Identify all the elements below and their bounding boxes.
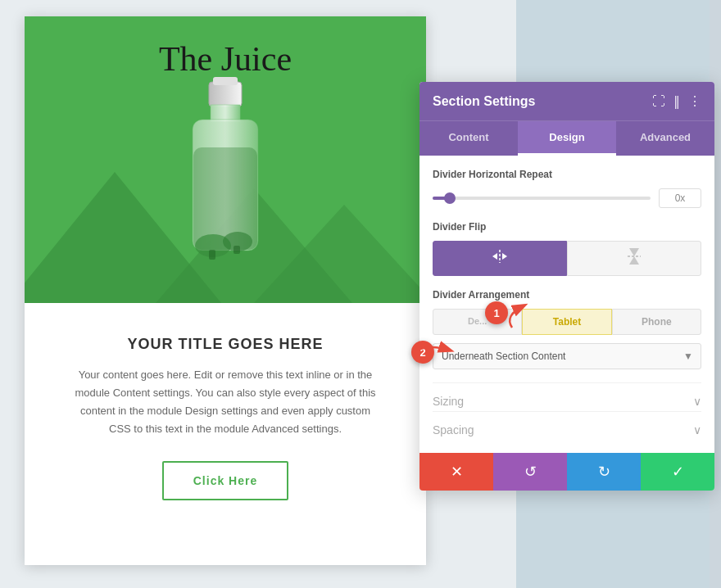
divider-flip-section: Divider Flip: [433, 221, 701, 276]
divider-flip-toggle-group: [433, 241, 701, 276]
content-title: YOUR TITLE GOES HERE: [74, 336, 377, 353]
more-icon[interactable]: ⋮: [688, 93, 701, 109]
panel-header-icons: ⛶ ‖ ⋮: [652, 93, 701, 109]
panel-body: Divider Horizontal Repeat Divider Flip: [419, 156, 714, 453]
column-icon[interactable]: ‖: [673, 93, 680, 109]
svg-rect-0: [209, 82, 242, 106]
divider-repeat-label: Divider Horizontal Repeat: [433, 169, 701, 180]
svg-rect-2: [211, 105, 240, 121]
arrangement-tabs: De... Tablet Phone: [433, 309, 701, 335]
cancel-button[interactable]: ✕: [419, 453, 493, 491]
divider-arrangement-section: Divider Arrangement De... Tablet Phone U…: [433, 289, 701, 369]
panel-tabs: Content Design Advanced: [419, 120, 714, 156]
panel-footer: ✕ ↺ ↻ ✓: [419, 453, 714, 491]
sizing-section: Sizing ∨: [433, 382, 701, 408]
content-body: Your content goes here. Edit or remove t…: [74, 366, 377, 438]
slider-thumb[interactable]: [444, 192, 456, 204]
save-button[interactable]: ✓: [641, 453, 714, 491]
redo-button[interactable]: ↻: [567, 453, 641, 491]
annotation-arrow-2: [410, 336, 459, 368]
sizing-arrow-icon: ∨: [693, 395, 701, 408]
undo-button[interactable]: ↺: [493, 453, 567, 491]
tab-content[interactable]: Content: [419, 121, 518, 156]
divider-flip-label: Divider Flip: [433, 221, 701, 233]
arrangement-select[interactable]: Underneath Section Content Above Section…: [433, 343, 701, 369]
divider-arrangement-label: Divider Arrangement: [433, 289, 701, 301]
sizing-header[interactable]: Sizing ∨: [433, 395, 701, 408]
arr-tab-phone[interactable]: Phone: [612, 309, 701, 335]
cta-button[interactable]: Click Here: [162, 461, 288, 500]
svg-rect-1: [213, 77, 238, 85]
flip-btn-horizontal[interactable]: [433, 241, 567, 276]
panel-title: Section Settings: [433, 94, 535, 109]
svg-rect-7: [209, 250, 215, 260]
spacing-arrow-icon: ∨: [693, 423, 701, 436]
svg-rect-8: [234, 246, 240, 254]
settings-panel: Section Settings ⛶ ‖ ⋮ Content Design Ad…: [419, 82, 714, 491]
slider-track[interactable]: [433, 197, 651, 200]
divider-repeat-slider-row: [433, 188, 701, 208]
arrangement-dropdown-wrapper: Underneath Section Content Above Section…: [433, 343, 701, 369]
hero-bottle-image: [168, 66, 283, 278]
tab-design[interactable]: Design: [518, 121, 616, 156]
spacing-title: Spacing: [433, 423, 474, 436]
flip-btn-vertical[interactable]: [567, 241, 701, 276]
expand-icon[interactable]: ⛶: [652, 94, 665, 109]
hero-section: The Juice: [25, 16, 426, 303]
annotation-arrow-1: [487, 299, 537, 335]
content-section: YOUR TITLE GOES HERE Your content goes h…: [25, 303, 426, 533]
spacing-section: Spacing ∨: [433, 411, 701, 436]
tab-advanced[interactable]: Advanced: [616, 121, 714, 156]
slider-value-input[interactable]: [659, 188, 701, 208]
panel-header: Section Settings ⛶ ‖ ⋮: [419, 82, 714, 120]
page-preview: The Juice: [25, 16, 426, 565]
sizing-title: Sizing: [433, 395, 464, 408]
spacing-header[interactable]: Spacing ∨: [433, 423, 701, 436]
divider-repeat-section: Divider Horizontal Repeat: [433, 169, 701, 208]
